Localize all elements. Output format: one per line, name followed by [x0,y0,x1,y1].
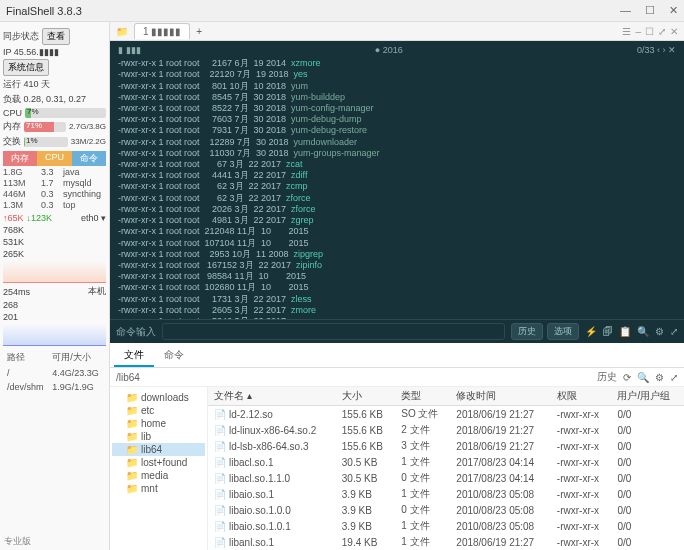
route-row: /dev/shm1.9G/1.9G [5,381,104,393]
refresh-icon[interactable]: ⟳ [623,372,631,383]
file-col-header[interactable]: 修改时间 [450,387,551,406]
term-status-right[interactable]: 0/33 ‹ › ✕ [637,45,676,56]
file-row[interactable]: 📄libaio.so.1.0.03.9 KB0 文件2010/08/23 05:… [208,502,684,518]
file-row[interactable]: 📄libacl.so.1.1.030.5 KB0 文件2017/08/23 04… [208,470,684,486]
file-col-header[interactable]: 类型 [395,387,450,406]
file-icon: 📄 [214,425,226,436]
minimize-icon[interactable]: — [620,4,631,17]
folder-icon: 📁 [126,444,138,455]
path-display[interactable]: /lib64 [116,372,591,383]
tree-item[interactable]: 📁downloads [112,391,205,404]
net-v2: 531K [3,237,106,247]
expand-icon[interactable]: ⤢ [670,372,678,383]
folder-icon: 📁 [126,483,138,494]
file-icon: 📄 [214,409,226,420]
tree-item[interactable]: 📁lib64 [112,443,205,456]
tree-item[interactable]: 📁home [112,417,205,430]
bolt-icon[interactable]: ⚡ [585,326,597,337]
term-line: -rwxr-xr-x 1 root root 2953 10月 11 2008 … [118,249,676,260]
search-icon[interactable]: 🔍 [637,326,649,337]
tab-files[interactable]: 文件 [114,345,154,367]
uptime: 运行 410 天 [3,78,106,91]
clipboard-icon[interactable]: 📋 [619,326,631,337]
term-line: -rwxr-xr-x 1 root root 8545 7月 30 2018 y… [118,92,676,103]
mem-pct: 71% [26,122,42,130]
topbar-tool-2[interactable]: ☐ [645,26,654,37]
folder-icon: 📁 [126,457,138,468]
folder-icon: 📁 [126,431,138,442]
copy-icon[interactable]: 🗐 [603,326,613,337]
file-col-header[interactable]: 大小 [336,387,395,406]
term-line: -rwxr-xr-x 1 root root 62 3月 22 2017 zfo… [118,193,676,204]
file-row[interactable]: 📄ld-linux-x86-64.so.2155.6 KB2 文件2018/06… [208,422,684,438]
route-row: /4.4G/23.3G [5,367,104,379]
terminal[interactable]: ▮ ▮▮▮ ● 2016 0/33 ‹ › ✕ -rwxr-xr-x 1 roo… [110,41,684,319]
file-icon: 📄 [214,521,226,532]
term-line: -rwxr-xr-x 1 root root 801 10月 10 2018 y… [118,81,676,92]
file-row[interactable]: 📄ld-2.12.so155.6 KBSO 文件2018/06/19 21:27… [208,406,684,423]
folder-icon[interactable]: 📁 [116,26,128,37]
net-iface[interactable]: eth0 ▾ [81,213,106,223]
route-hdr-size: 可用/大小 [50,350,104,365]
route-hdr-path: 路径 [5,350,48,365]
expand-icon[interactable]: ⤢ [670,326,678,337]
tree-item[interactable]: 📁lib [112,430,205,443]
term-status-left: ▮ ▮▮▮ [118,45,141,56]
tree-item[interactable]: 📁lost+found [112,456,205,469]
load-avg: 负载 0.28, 0.31, 0.27 [3,93,106,106]
options-button[interactable]: 选项 [547,323,579,340]
edition-label: 专业版 [0,533,35,550]
folder-icon: 📁 [126,392,138,403]
tree-item[interactable]: 📁etc [112,404,205,417]
term-status-mid: ● 2016 [375,45,403,56]
mem-val: 2.7G/3.8G [69,122,106,131]
gear-icon[interactable]: ⚙ [655,326,664,337]
term-line: -rwxr-xr-x 1 root root 107104 11月 10 201… [118,238,676,249]
topbar-tool-4[interactable]: ✕ [670,26,678,37]
path-history-button[interactable]: 历史 [597,370,617,384]
gear-icon[interactable]: ⚙ [655,372,664,383]
tab-cpu[interactable]: CPU [37,151,71,166]
file-row[interactable]: 📄libanl.so.119.4 KB1 文件2018/06/19 21:27-… [208,534,684,550]
file-col-header[interactable]: 用户/用户组 [611,387,684,406]
topbar-tool-0[interactable]: ☰ [622,26,631,37]
file-col-header[interactable]: 文件名 ▴ [208,387,336,406]
file-icon: 📄 [214,489,226,500]
file-col-header[interactable]: 权限 [551,387,612,406]
file-row[interactable]: 📄libaio.so.1.0.13.9 KB1 文件2010/08/23 05:… [208,518,684,534]
tree-item[interactable]: 📁media [112,469,205,482]
file-icon: 📄 [214,441,226,452]
sysinfo-button[interactable]: 系统信息 [3,59,49,76]
term-line: -rwxr-xr-x 1 root root 7603 7月 30 2018 y… [118,114,676,125]
topbar-tool-3[interactable]: ⤢ [658,26,666,37]
cmd-input[interactable] [162,323,505,340]
proc-row: 113M1.7mysqld [3,178,106,188]
tree-item[interactable]: 📁mnt [112,482,205,495]
maximize-icon[interactable]: ☐ [645,4,655,17]
file-row[interactable]: 📄libaio.so.13.9 KB1 文件2010/08/23 05:08-r… [208,486,684,502]
term-line: -rwxr-xr-x 1 root root 167152 3月 22 2017… [118,260,676,271]
tab-commands[interactable]: 命令 [154,345,194,367]
term-line: -rwxr-xr-x 1 root root 98584 11月 10 2015 [118,271,676,282]
history-button[interactable]: 历史 [511,323,543,340]
term-line: -rwxr-xr-x 1 root root 12289 7月 30 2018 … [118,137,676,148]
view-button[interactable]: 查看 [42,28,70,45]
latency-host[interactable]: 本机 [88,285,106,298]
session-tab[interactable]: 1 ▮▮▮▮▮ [134,23,190,39]
file-icon: 📄 [214,537,226,548]
net-down: ↓123K [27,213,53,223]
net-up: ↑65K [3,213,24,223]
file-row[interactable]: 📄libacl.so.130.5 KB1 文件2017/08/23 04:14-… [208,454,684,470]
tab-cmd[interactable]: 命令 [72,151,106,166]
add-tab-button[interactable]: + [196,26,202,37]
tab-mem[interactable]: 内存 [3,151,37,166]
file-row[interactable]: 📄ld-lsb-x86-64.so.3155.6 KB3 文件2018/06/1… [208,438,684,454]
term-line: -rwxr-xr-x 1 root root 67 3月 22 2017 zca… [118,159,676,170]
term-line: -rwxr-xr-x 1 root root 5246 3月 22 2017 z… [118,316,676,319]
file-tree[interactable]: 📁downloads📁etc📁home📁lib📁lib64📁lost+found… [110,387,208,550]
lat-v2: 201 [3,312,106,322]
swap-label: 交换 [3,135,21,148]
close-icon[interactable]: ✕ [669,4,678,17]
search-icon[interactable]: 🔍 [637,372,649,383]
topbar-tool-1[interactable]: – [635,26,641,37]
